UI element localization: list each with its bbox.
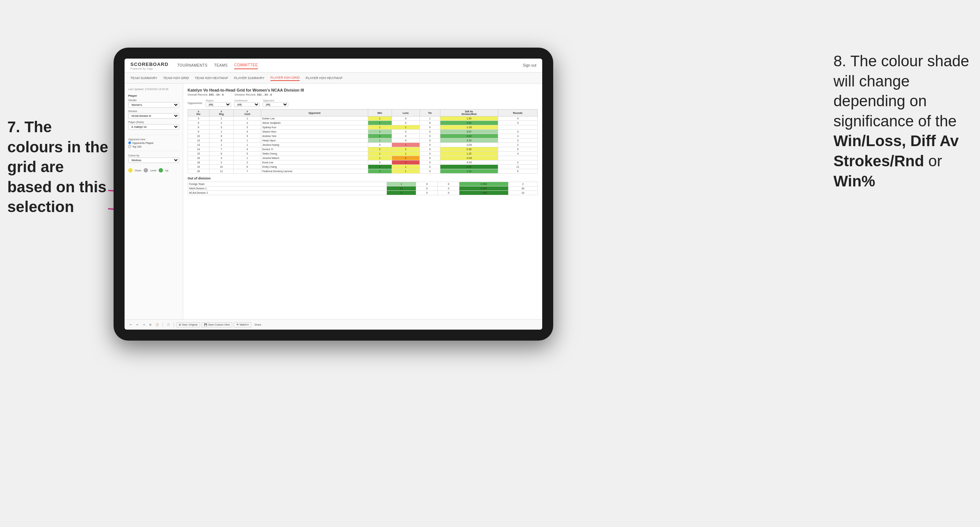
sidebar-player-rank-label: Player (Rank) [128,121,179,124]
td-tie-8: 0 [420,152,441,156]
copy-btn[interactable]: ⧉ [148,323,153,327]
td-conf-1: 2 [233,121,261,125]
ood-table-row: NCAA Division 2 5 0 0 7.400 10 [188,191,538,195]
td-tie-0: 1 [420,116,441,121]
sub-nav: TEAM SUMMARY TEAM H2H GRID TEAM H2H HEAT… [124,73,542,84]
td-conf-2: 3 [233,125,261,130]
filter-region-select[interactable]: (All) [205,102,231,107]
undo-btn[interactable]: ↩ [128,323,134,327]
sidebar-colour-by-select[interactable]: Win/loss [128,157,179,163]
sub-nav-player-h2h-heatmap[interactable]: PLAYER H2H HEATMAP [305,75,342,81]
clock-btn[interactable]: 🕐 [165,323,172,327]
td-rounds-1: 3 [498,121,538,125]
td-div-0: 3 [188,116,210,121]
colour-dot-down [128,168,133,173]
td-diff-10: -5.00 [440,160,498,165]
sub-nav-player-summary[interactable]: PLAYER SUMMARY [234,75,264,81]
sidebar-divider-1 [128,135,179,135]
td-opponent-4: Andrea York [261,134,368,138]
filter-conference-select[interactable]: (All) [234,102,260,107]
td-rounds-7: 9 [498,147,538,152]
td-conf-5: 1 [233,138,261,143]
td-diff-8: 1.25 [440,152,498,156]
td-win-9: 1 [368,156,391,160]
td-rounds-10: 2 [498,160,538,165]
td-loss-11: 1 [391,165,420,169]
td-reg-0: 1 [209,116,233,121]
ood-td-diff-1: 9.267 [460,186,508,191]
sidebar-opponent-view-label: Opponent view [128,138,179,141]
nav-teams[interactable]: TEAMS [214,62,228,69]
sidebar-radio-top100[interactable]: Top 100 [128,145,179,148]
td-diff-4: 4.00 [440,134,498,138]
sidebar-gender-select[interactable]: Women's [128,102,179,108]
sub-nav-team-h2h-heatmap[interactable]: TEAM H2H HEATMAP [195,75,228,81]
td-reg-3: 1 [209,130,233,134]
td-tie-1: 0 [420,121,441,125]
td-div-3: 9 [188,130,210,134]
td-loss-10: 3 [391,160,420,165]
sidebar-player-rank-select[interactable]: 8. Katelyn Vo [128,124,179,130]
td-loss-1: 0 [391,121,420,125]
td-loss-0: 0 [391,116,420,121]
sidebar-radio-opponents-played[interactable]: Opponents Played [128,141,179,144]
td-conf-10: 2 [233,160,261,165]
filter-opponent-select[interactable]: (All) [262,102,288,107]
td-win-7: 2 [368,147,391,152]
toolbar-divider-1 [163,322,163,327]
tablet-device: SCOREBOARD Powered by clipp TOURNAMENTS … [114,48,553,341]
nav-tournaments[interactable]: TOURNAMENTS [177,62,208,69]
td-win-10: 0 [368,160,391,165]
sidebar-gender-label: Gender [128,99,179,102]
bottom-toolbar: ↩ ↩ ↪ ⧉ 📋 🕐 ⊞ View: Original 💾 Save Cust… [124,319,542,330]
td-win-0: 1 [368,116,391,121]
sub-nav-team-h2h-grid[interactable]: TEAM H2H GRID [163,75,189,81]
nav-committee[interactable]: COMMITTEE [234,62,258,69]
td-reg-11: 10 [209,165,233,169]
table-row: 19 10 6 Emily Chang 4 1 0 0.30 11 [188,165,538,169]
radio-top100-input[interactable] [128,145,131,148]
grid-records: Overall Record: 353 - 34 - 6 Division Re… [188,93,538,96]
sign-out-link[interactable]: Sign out [523,63,536,67]
colour-label-up: Up [165,169,169,172]
share-btn[interactable]: Share [253,323,262,327]
ood-td-loss-0: 0 [416,182,438,186]
sub-nav-team-summary[interactable]: TEAM SUMMARY [130,75,157,81]
redo2-btn[interactable]: ↪ [142,323,146,327]
redo-btn[interactable]: ↩ [135,323,140,327]
table-row: 13 1 1 Jessica Huang 0 1 0 -3.00 2 [188,143,538,147]
filter-group-region: Region (All) [205,99,231,107]
td-opponent-2: Sydney Kuo [261,125,368,130]
ood-td-tie-0: 0 [438,182,460,186]
td-rounds-0: 4 [498,116,538,121]
ood-td-tie-2: 0 [438,191,460,195]
save-custom-btn[interactable]: 💾 Save Custom View [202,322,232,327]
td-conf-9: 1 [233,156,261,160]
th-opponent: Opponent [261,110,368,116]
td-div-7: 14 [188,147,210,152]
sub-nav-player-h2h-grid[interactable]: PLAYER H2H GRID [270,75,300,81]
td-conf-0: 1 [233,116,261,121]
table-row: 13 8 1 Heejo Hyun 1 0 0 3.33 3 [188,138,538,143]
td-tie-12: 0 [420,169,441,174]
td-reg-6: 1 [209,143,233,147]
logo-sub: Powered by clipp [130,67,170,70]
paste-btn[interactable]: 📋 [154,323,161,327]
td-tie-7: 0 [420,147,441,152]
radio-opponents-played-input[interactable] [128,141,131,144]
watch-btn[interactable]: 👁 Watch ▾ [234,322,251,327]
td-win-8: 1 [368,152,391,156]
td-conf-12: 7 [233,169,261,174]
td-win-5: 1 [368,138,391,143]
th-tie: Tie [420,110,441,116]
td-div-1: 5 [188,121,210,125]
td-opponent-6: Jessica Huang [261,143,368,147]
view-original-btn[interactable]: ⊞ View: Original [176,322,200,327]
td-conf-8: 5 [233,152,261,156]
ood-td-loss-2: 0 [416,191,438,195]
table-row: 16 3 1 Jessica Mason 1 2 0 -0.94 [188,156,538,160]
sidebar-division-select[interactable]: NCAA Division III [128,113,179,119]
ood-td-loss-1: 0 [416,186,438,191]
ood-td-label-0: Foreign Team [188,182,387,186]
filter-group-opponent: Opponent (All) [262,99,288,107]
